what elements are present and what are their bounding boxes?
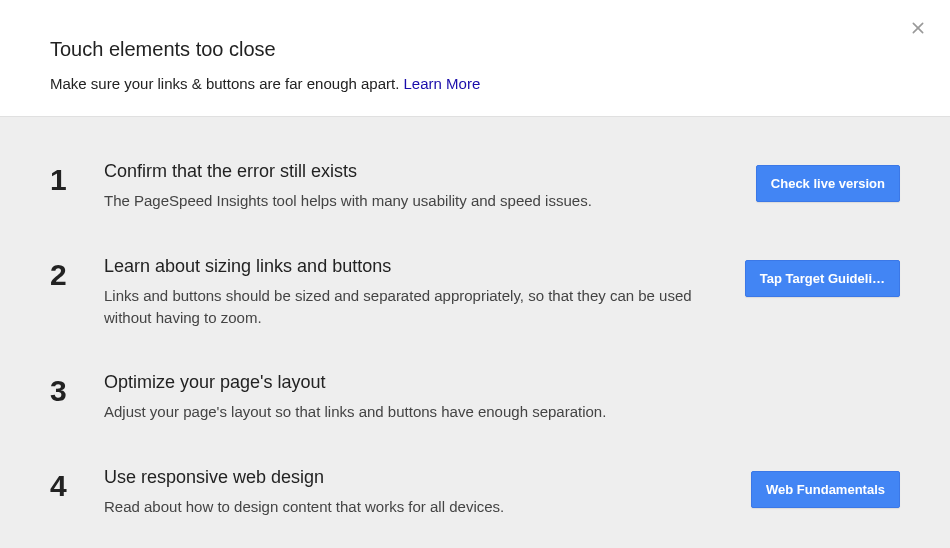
step-body: Use responsive web design Read about how… <box>104 467 730 518</box>
steps-container: 1 Confirm that the error still exists Th… <box>0 116 950 548</box>
step-body: Learn about sizing links and buttons Lin… <box>104 256 730 329</box>
close-button[interactable] <box>908 18 928 38</box>
page-title: Touch elements too close <box>50 38 900 61</box>
header: Touch elements too close Make sure your … <box>0 0 950 116</box>
subtitle-text: Make sure your links & buttons are far e… <box>50 75 404 92</box>
step-number: 3 <box>50 372 104 407</box>
tap-target-guidelines-button[interactable]: Tap Target Guideli… <box>745 260 900 297</box>
step-action: Tap Target Guideli… <box>730 256 900 297</box>
step-body: Confirm that the error still exists The … <box>104 161 730 212</box>
learn-more-link[interactable]: Learn More <box>404 75 481 92</box>
step-desc: Adjust your page's layout so that links … <box>104 401 710 423</box>
step-title: Use responsive web design <box>104 467 710 488</box>
step-number: 2 <box>50 256 104 291</box>
close-icon <box>910 20 926 36</box>
step-title: Confirm that the error still exists <box>104 161 710 182</box>
web-fundamentals-button[interactable]: Web Fundamentals <box>751 471 900 508</box>
step-number: 1 <box>50 161 104 196</box>
step-desc: Links and buttons should be sized and se… <box>104 285 710 329</box>
page-subtitle: Make sure your links & buttons are far e… <box>50 75 900 92</box>
step-action: Check live version <box>730 161 900 202</box>
check-live-version-button[interactable]: Check live version <box>756 165 900 202</box>
step-number: 4 <box>50 467 104 502</box>
step-desc: Read about how to design content that wo… <box>104 496 710 518</box>
step-action <box>730 372 900 376</box>
step-row: 3 Optimize your page's layout Adjust you… <box>50 350 900 445</box>
step-body: Optimize your page's layout Adjust your … <box>104 372 730 423</box>
step-action: Web Fundamentals <box>730 467 900 508</box>
step-title: Optimize your page's layout <box>104 372 710 393</box>
step-row: 4 Use responsive web design Read about h… <box>50 445 900 540</box>
step-desc: The PageSpeed Insights tool helps with m… <box>104 190 710 212</box>
step-title: Learn about sizing links and buttons <box>104 256 710 277</box>
step-row: 2 Learn about sizing links and buttons L… <box>50 234 900 351</box>
step-row: 1 Confirm that the error still exists Th… <box>50 139 900 234</box>
